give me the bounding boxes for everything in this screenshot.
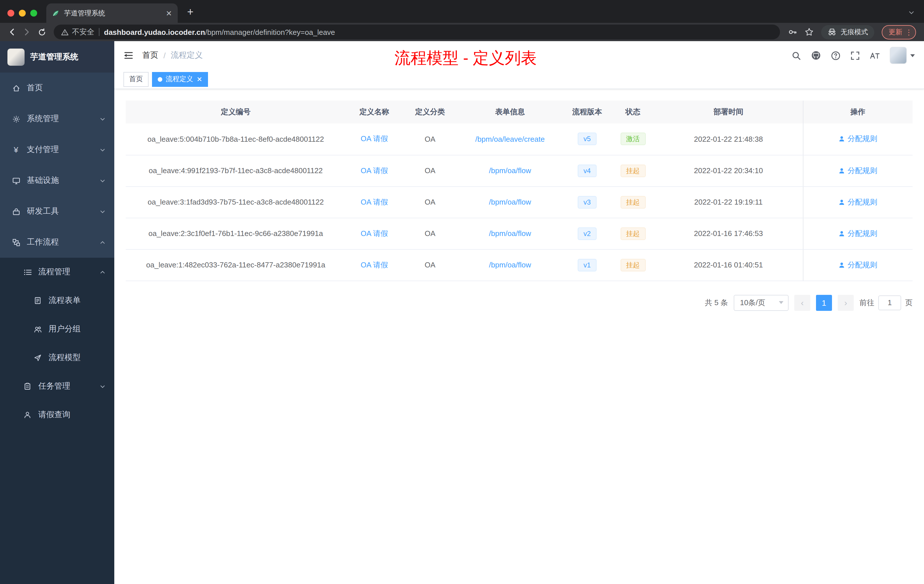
help-icon[interactable] [831,51,841,60]
form-info-link[interactable]: /bpm/oa/flow [489,166,531,175]
col-status: 状态 [611,101,654,124]
browser-toolbar: 不安全 dashboard.yudao.iocoder.cn/bpm/manag… [0,23,924,41]
minimize-window-button[interactable] [19,10,26,16]
form-info-link[interactable]: /bpm/oa/flow [489,198,531,206]
bookmark-star-icon[interactable] [805,27,814,36]
page-number-button[interactable]: 1 [816,295,832,310]
sidebar-item-leave-query[interactable]: 请假查询 [0,401,114,429]
sidebar-item-system-management[interactable]: 系统管理 [0,104,114,134]
sidebar-item-label: 流程表单 [49,295,81,306]
browser-menu-icon[interactable]: ⋮ [905,28,912,36]
definition-name-link[interactable]: OA 请假 [361,135,388,143]
sidebar-menu: 首页 系统管理 ¥ 支付管理 基础设施 [0,73,114,584]
url-divider [99,28,99,36]
chevron-down-icon [99,208,106,214]
cell-actions: 分配规则 [803,218,912,249]
form-info-link[interactable]: /bpm/oa/flow [489,261,531,269]
security-indicator[interactable]: 不安全 [61,27,94,37]
select-caret-icon [779,301,784,304]
chevron-down-icon [99,147,106,153]
cell-status: 激活 [611,124,654,155]
collapse-sidebar-icon[interactable] [124,50,134,61]
definition-name-link[interactable]: OA 请假 [361,229,388,238]
chevron-up-icon [99,239,106,246]
assign-rule-button[interactable]: 分配规则 [838,197,878,207]
sidebar-logo[interactable]: 芋道管理系统 [0,41,114,73]
form-info-link[interactable]: /bpm/oa/leave/create [475,135,545,144]
cell-actions: 分配规则 [803,186,912,218]
assign-rule-button[interactable]: 分配规则 [838,165,878,176]
font-size-icon[interactable] [870,51,880,60]
cell-deploy-time: 2022-01-22 19:19:11 [654,186,803,218]
header-icons [792,47,915,64]
cell-status: 挂起 [611,186,654,218]
sidebar-item-process-model[interactable]: 流程模型 [0,343,114,372]
tag-home[interactable]: 首页 [124,72,148,87]
tag-close-icon[interactable]: ✕ [196,76,202,82]
update-chip[interactable]: 更新 ⋮ [882,25,916,39]
tab-search-chevron-icon[interactable] [908,9,915,16]
address-bar[interactable]: 不安全 dashboard.yudao.iocoder.cn/bpm/manag… [54,25,780,40]
cell-status: 挂起 [611,218,654,249]
sidebar-item-label: 研发工具 [27,206,59,216]
goto-page-input[interactable] [878,295,901,310]
github-icon[interactable] [811,50,821,61]
sidebar-item-workflow[interactable]: 工作流程 [0,227,114,258]
sidebar-item-process-form[interactable]: 流程表单 [0,286,114,315]
avatar-caret-icon [910,54,915,57]
sidebar-item-label: 工作流程 [27,237,59,247]
browser-tab[interactable]: 芋道管理系统 ✕ [46,3,178,23]
cell-definition-name: OA 请假 [346,124,403,155]
sidebar-item-payment-management[interactable]: ¥ 支付管理 [0,134,114,165]
fullscreen-icon[interactable] [850,51,860,60]
chevron-down-icon [99,116,106,122]
search-icon[interactable] [792,51,801,60]
workflow-icon [12,238,21,247]
user-menu[interactable] [890,47,915,64]
definition-name-link[interactable]: OA 请假 [361,260,388,269]
cell-form-info: /bpm/oa/flow [457,155,563,186]
definition-name-link[interactable]: OA 请假 [361,198,388,206]
table-row: oa_leave:5:004b710b-7b8a-11ec-8ef0-acde4… [126,124,912,155]
cell-process-version: v5 [563,124,611,155]
url-path: /bpm/manager/definition?key=oa_leave [205,28,335,36]
password-key-icon[interactable] [788,27,797,36]
forward-button[interactable] [20,25,34,40]
tag-process-definition[interactable]: 流程定义 ✕ [152,72,208,87]
tab-title: 芋道管理系统 [64,8,105,18]
cell-process-version: v1 [563,249,611,280]
back-button[interactable] [5,25,20,40]
version-badge: v4 [578,164,596,177]
cell-definition-category: OA [403,124,457,155]
sidebar-item-label: 系统管理 [27,114,59,124]
reload-button[interactable] [34,25,49,40]
sidebar-item-home[interactable]: 首页 [0,73,114,104]
prev-page-button[interactable]: ‹ [794,295,810,310]
sidebar-item-task-management[interactable]: 任务管理 [0,372,114,401]
page-size-select[interactable]: 10条/页 [734,295,789,310]
new-tab-button[interactable]: + [182,4,198,20]
assign-rule-button[interactable]: 分配规则 [838,228,878,239]
tab-close-icon[interactable]: ✕ [166,10,172,17]
definition-name-link[interactable]: OA 请假 [361,166,388,175]
gear-icon [12,114,21,124]
maximize-window-button[interactable] [30,10,37,16]
sidebar-item-infrastructure[interactable]: 基础设施 [0,165,114,196]
sidebar-item-dev-tools[interactable]: 研发工具 [0,196,114,227]
assign-rule-button[interactable]: 分配规则 [838,260,878,270]
next-page-button[interactable]: › [838,295,854,310]
cell-definition-category: OA [403,249,457,280]
cell-actions: 分配规则 [803,124,912,155]
table-row: oa_leave:4:991f2193-7b7f-11ec-a3c8-acde4… [126,155,912,186]
assign-rule-button[interactable]: 分配规则 [838,134,878,144]
close-window-button[interactable] [7,10,14,16]
content-area: 定义编号 定义名称 定义分类 表单信息 流程版本 状态 部署时间 操作 oa_l [114,89,924,310]
sidebar-item-user-group[interactable]: 用户分组 [0,315,114,343]
cell-deploy-time: 2022-01-16 17:46:53 [654,218,803,249]
sidebar-item-process-management[interactable]: 流程管理 [0,258,114,286]
user-icon [23,410,32,419]
definition-table: 定义编号 定义名称 定义分类 表单信息 流程版本 状态 部署时间 操作 oa_l [126,101,912,281]
cell-form-info: /bpm/oa/leave/create [457,124,563,155]
breadcrumb-home[interactable]: 首页 [142,50,158,61]
form-info-link[interactable]: /bpm/oa/flow [489,229,531,238]
